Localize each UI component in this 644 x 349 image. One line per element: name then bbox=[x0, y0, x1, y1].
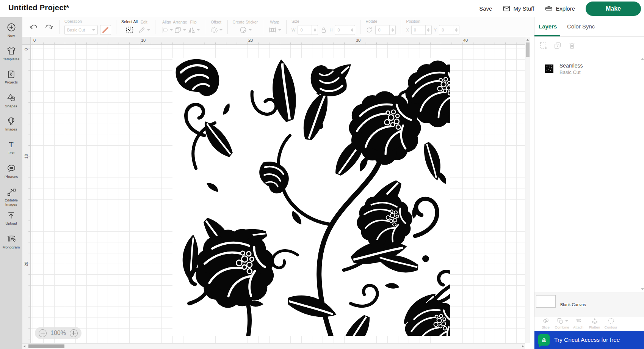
rotate-stepper[interactable] bbox=[389, 25, 395, 35]
position-x-input[interactable]: 0 bbox=[411, 25, 432, 35]
offset-icon[interactable] bbox=[210, 26, 223, 34]
slice-button[interactable]: Slice bbox=[537, 317, 554, 331]
lock-icon[interactable] bbox=[320, 26, 327, 34]
sidebar-item-phrases[interactable]: Phrases bbox=[0, 161, 22, 185]
horizontal-scrollbar-thumb[interactable] bbox=[28, 344, 64, 348]
warp-label: Warp bbox=[270, 20, 279, 24]
flip-label: Flip bbox=[190, 20, 197, 24]
machine-icon bbox=[545, 5, 553, 13]
x-axis-label: X bbox=[406, 28, 409, 32]
operation-label: Operation bbox=[64, 19, 82, 24]
sidebar-item-projects[interactable]: Projects bbox=[0, 67, 22, 91]
warp-icon[interactable] bbox=[268, 26, 281, 34]
rotate-icon bbox=[365, 26, 373, 34]
sidebar-item-templates[interactable]: Templates bbox=[0, 44, 22, 67]
position-x-stepper[interactable] bbox=[425, 25, 431, 35]
cricut-design-space-app: Untitled Project* Save My Stuff bbox=[0, 0, 644, 349]
flip-group: Flip bbox=[187, 20, 200, 34]
tab-layers[interactable]: Layers bbox=[539, 23, 557, 30]
sidebar-item-monogram[interactable]: Monogram bbox=[0, 232, 22, 255]
layer-row-seamless[interactable]: Seamless Basic Cut bbox=[534, 59, 644, 79]
position-label: Position bbox=[406, 19, 420, 24]
sidebar-item-upload[interactable]: Upload bbox=[0, 208, 22, 232]
scroll-left-arrow-icon[interactable] bbox=[24, 345, 25, 347]
design-canvas[interactable] bbox=[31, 45, 525, 343]
duplicate-icon[interactable] bbox=[553, 41, 562, 50]
canvas-horizontal-scrollbar[interactable] bbox=[22, 343, 525, 349]
arrange-icon[interactable] bbox=[174, 26, 186, 34]
layers-panel: Layers Color Sync bbox=[534, 17, 644, 349]
position-y-input[interactable]: 0 bbox=[439, 25, 459, 35]
monogram-icon bbox=[6, 234, 16, 244]
balloon-icon bbox=[6, 116, 16, 126]
sidebar-item-images[interactable]: Images bbox=[0, 114, 22, 138]
offset-group: Offset bbox=[210, 20, 223, 34]
position-group: Position X 0 Y 0 bbox=[406, 19, 459, 35]
vertical-scrollbar-thumb[interactable] bbox=[526, 42, 530, 57]
blank-canvas-row[interactable]: Blank Canvas bbox=[534, 292, 644, 317]
operation-color-swatch[interactable] bbox=[100, 25, 111, 35]
edit-pencil-icon[interactable] bbox=[138, 26, 150, 34]
y-axis-label: Y bbox=[434, 28, 437, 32]
rotate-group: Rotate 0 bbox=[365, 19, 396, 35]
flip-icon[interactable] bbox=[187, 26, 200, 34]
sidebar-item-new[interactable]: New bbox=[0, 20, 22, 44]
contour-button[interactable]: Contour bbox=[603, 317, 619, 331]
sidebar-item-text[interactable]: T Text bbox=[0, 138, 22, 161]
zoom-in-button[interactable] bbox=[70, 329, 78, 337]
new-plus-icon bbox=[6, 22, 16, 32]
attach-button[interactable]: Attach bbox=[570, 317, 586, 331]
redo-icon[interactable] bbox=[44, 23, 53, 31]
topbar-actions: Save My Stuff Explore Make bbox=[479, 0, 641, 17]
explore-button[interactable]: Explore bbox=[545, 5, 575, 13]
shapes-icon bbox=[6, 93, 16, 103]
align-group: Align bbox=[160, 20, 173, 34]
position-y-stepper[interactable] bbox=[453, 25, 459, 35]
vertical-ruler: 0 10 20 bbox=[22, 45, 31, 343]
scroll-right-arrow-icon[interactable] bbox=[522, 345, 524, 347]
layer-thumbnail bbox=[545, 64, 553, 73]
panel-scroll-up-icon[interactable] bbox=[641, 58, 644, 60]
height-stepper[interactable] bbox=[349, 25, 355, 35]
rotate-input[interactable]: 0 bbox=[375, 25, 396, 35]
create-sticker-icon[interactable] bbox=[239, 26, 252, 34]
speech-bubble-icon bbox=[6, 163, 16, 173]
create-sticker-group: Create Sticker bbox=[233, 20, 258, 34]
flatten-button[interactable]: Flatten bbox=[586, 317, 603, 331]
clipboard-heart-icon bbox=[6, 69, 16, 79]
svg-text:T: T bbox=[9, 140, 13, 149]
canvas-color-swatch[interactable] bbox=[536, 295, 556, 308]
arrange-label: Arrange bbox=[173, 20, 187, 24]
layer-name: Seamless bbox=[559, 62, 583, 69]
horizontal-ruler: 0 10 20 30 40 bbox=[31, 37, 525, 45]
panel-scroll-down-icon[interactable] bbox=[641, 288, 644, 290]
top-bar: Untitled Project* Save My Stuff bbox=[0, 0, 644, 17]
offset-label: Offset bbox=[211, 20, 221, 24]
sidebar-item-editable-images[interactable]: Editable Images bbox=[0, 185, 22, 208]
combine-button[interactable]: Combine bbox=[554, 317, 570, 331]
cricut-access-banner[interactable]: a Try Cricut Access for free bbox=[534, 331, 644, 349]
canvas-vertical-scrollbar[interactable] bbox=[525, 37, 530, 343]
zoom-out-button[interactable] bbox=[39, 329, 47, 337]
blank-canvas-label: Blank Canvas bbox=[560, 302, 586, 307]
bezier-icon bbox=[6, 187, 16, 197]
height-input[interactable]: 0 bbox=[335, 25, 355, 35]
undo-icon[interactable] bbox=[29, 23, 38, 31]
save-button[interactable]: Save bbox=[479, 5, 492, 12]
save-label: Save bbox=[479, 5, 492, 12]
group-icon[interactable] bbox=[539, 41, 547, 50]
width-axis-label: W bbox=[291, 28, 295, 32]
align-icon[interactable] bbox=[160, 26, 173, 34]
tab-color-sync[interactable]: Color Sync bbox=[567, 23, 595, 30]
operation-dropdown[interactable]: Basic Cut bbox=[64, 25, 98, 35]
select-all-button[interactable] bbox=[125, 25, 134, 35]
canvas-artwork-floral-pattern[interactable] bbox=[172, 58, 450, 336]
my-stuff-button[interactable]: My Stuff bbox=[503, 5, 534, 13]
width-input[interactable]: 0 bbox=[298, 25, 318, 35]
scroll-up-arrow-icon[interactable] bbox=[526, 39, 529, 41]
width-stepper[interactable] bbox=[312, 25, 318, 35]
make-button[interactable]: Make bbox=[586, 2, 641, 16]
sidebar-item-shapes[interactable]: Shapes bbox=[0, 91, 22, 114]
edit-label: Edit bbox=[141, 20, 147, 24]
trash-icon[interactable] bbox=[568, 41, 576, 50]
